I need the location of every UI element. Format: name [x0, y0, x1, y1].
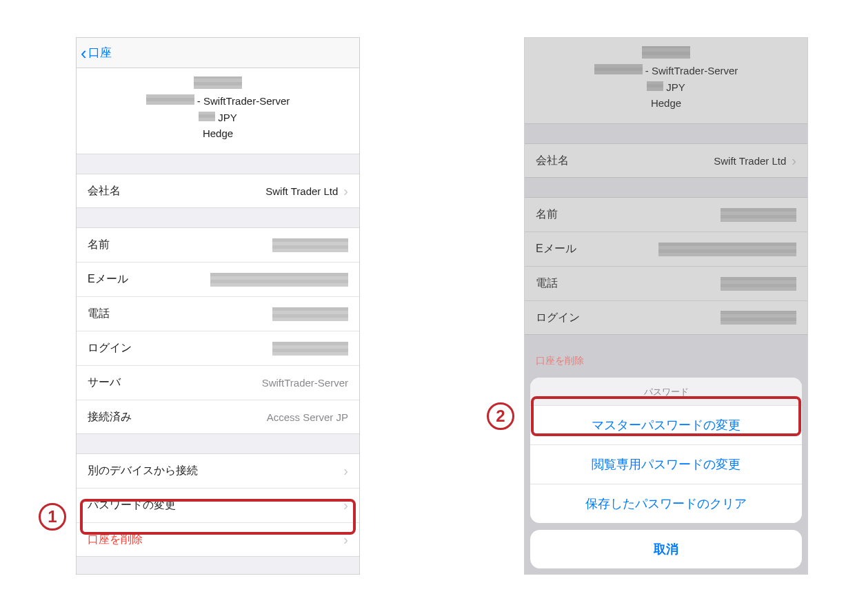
login-row: ログイン [77, 331, 359, 365]
callout-number-2: 2 [496, 407, 505, 426]
chevron-right-icon: › [343, 183, 348, 199]
company-value: Swift Trader Ltd [714, 155, 786, 167]
connected-row: 接続済み Access Server JP [77, 400, 359, 434]
redacted-icon [272, 307, 348, 321]
action-sheet-group: パスワード マスターパスワードの変更 閲覧専用パスワードの変更 保存したパスワー… [530, 378, 802, 523]
nav-bar: ‹ 口座 [77, 38, 359, 68]
email-label: Eメール [88, 272, 128, 287]
redacted-icon [721, 311, 796, 325]
redacted-icon [146, 94, 194, 105]
redacted-icon [647, 81, 663, 91]
chevron-right-icon: › [343, 532, 348, 548]
chevron-right-icon: › [343, 497, 348, 513]
phone-label: 電話 [536, 276, 558, 291]
connected-value: Access Server JP [267, 411, 348, 423]
connect-other-device-row[interactable]: 別のデバイスから接続 › [77, 453, 359, 488]
company-row[interactable]: 会社名 Swift Trader Ltd › [525, 143, 807, 178]
redacted-icon [594, 64, 643, 74]
chevron-left-icon: ‹ [81, 44, 87, 62]
account-header: - SwiftTrader-Server JPY Hedge [77, 68, 359, 154]
redacted-icon [272, 342, 348, 356]
back-button[interactable]: ‹ 口座 [81, 44, 112, 62]
name-row: 名前 [77, 227, 359, 262]
account-currency: JPY [666, 81, 685, 93]
redacted-icon [721, 277, 796, 291]
phone-label: 電話 [88, 307, 110, 321]
redacted-icon [642, 46, 690, 59]
company-label: 会社名 [88, 184, 121, 198]
login-label: ログイン [88, 341, 132, 356]
back-label: 口座 [88, 45, 112, 61]
password-action-sheet: パスワード マスターパスワードの変更 閲覧専用パスワードの変更 保存したパスワー… [530, 378, 802, 568]
change-master-password-button[interactable]: マスターパスワードの変更 [530, 406, 802, 445]
name-row: 名前 [525, 197, 807, 232]
phone-row: 電話 [77, 296, 359, 331]
account-header: - SwiftTrader-Server JPY Hedge [525, 38, 807, 124]
connected-label: 接続済み [88, 410, 132, 424]
account-currency: JPY [218, 112, 237, 123]
email-row: Eメール [525, 232, 807, 266]
login-row: ログイン [525, 300, 807, 335]
login-label: ログイン [536, 311, 580, 325]
connect-other-label: 別のデバイスから接続 [88, 464, 198, 478]
chevron-right-icon: › [792, 153, 796, 169]
redacted-icon [199, 112, 215, 121]
screenshot-left: ‹ 口座 - SwiftTrader-Server JPY Hedge 会社名 … [76, 37, 360, 575]
screenshot-right: - SwiftTrader-Server JPY Hedge 会社名 Swift… [524, 37, 808, 575]
change-password-row[interactable]: パスワードの変更 › [77, 488, 359, 522]
cancel-button[interactable]: 取消 [530, 530, 802, 568]
change-readonly-password-button[interactable]: 閲覧専用パスワードの変更 [530, 445, 802, 484]
server-value: SwiftTrader-Server [262, 377, 348, 389]
account-server: - SwiftTrader-Server [197, 95, 290, 107]
server-label: サーバ [88, 376, 121, 390]
account-mode: Hedge [532, 95, 800, 111]
phone-row: 電話 [525, 266, 807, 300]
callout-number-1: 1 [48, 507, 57, 526]
callout-badge-2: 2 [487, 402, 514, 430]
email-row: Eメール [77, 262, 359, 296]
redacted-icon [194, 76, 242, 89]
change-password-label: パスワードの変更 [88, 498, 176, 513]
clear-saved-password-button[interactable]: 保存したパスワードのクリア [530, 484, 802, 523]
company-label: 会社名 [536, 154, 569, 168]
account-mode: Hedge [83, 125, 352, 141]
redacted-icon [272, 238, 348, 252]
company-value: Swift Trader Ltd [265, 185, 338, 197]
delete-account-hint: 口座を削除 [536, 355, 584, 367]
action-sheet-title: パスワード [530, 378, 802, 406]
delete-account-row[interactable]: 口座を削除 › [77, 522, 359, 557]
company-row[interactable]: 会社名 Swift Trader Ltd › [77, 174, 359, 208]
redacted-icon [721, 208, 796, 222]
email-label: Eメール [536, 242, 576, 256]
account-server: - SwiftTrader-Server [645, 65, 738, 76]
name-label: 名前 [88, 238, 110, 252]
delete-account-label: 口座を削除 [88, 533, 143, 547]
callout-badge-1: 1 [39, 503, 66, 531]
redacted-icon [658, 243, 796, 256]
chevron-right-icon: › [343, 463, 348, 479]
server-row: サーバ SwiftTrader-Server [77, 365, 359, 400]
redacted-icon [210, 273, 348, 287]
name-label: 名前 [536, 207, 558, 222]
